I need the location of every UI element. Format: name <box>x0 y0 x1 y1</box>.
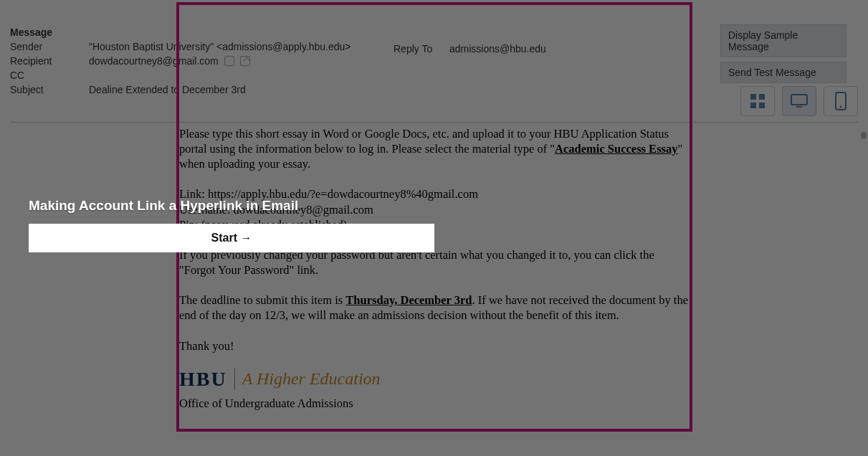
tutorial-start-button[interactable]: Start → <box>29 224 434 252</box>
tutorial-title: Making Account Link a Hyperlink in Email <box>29 198 434 214</box>
tutorial-overlay: Making Account Link a Hyperlink in Email… <box>29 198 434 252</box>
